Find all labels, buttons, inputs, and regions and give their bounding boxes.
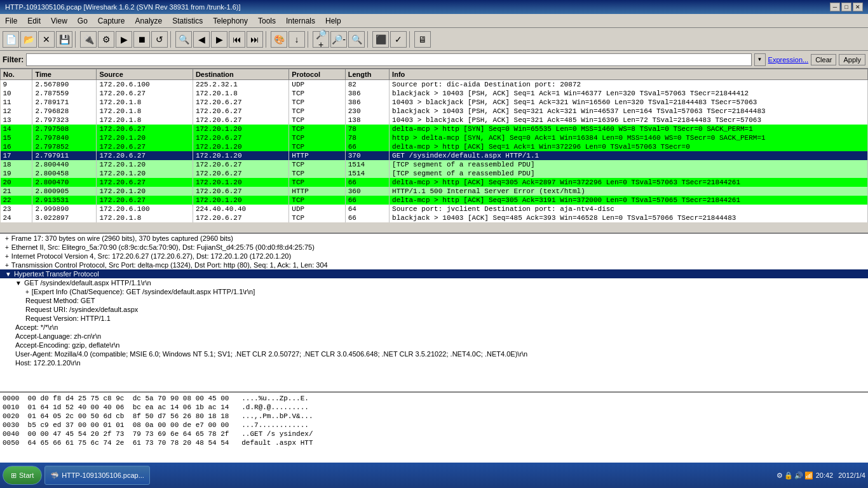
- detail-item[interactable]: Host: 172.20.1.20\r\n: [0, 358, 868, 367]
- tb-capture-options[interactable]: ⚙: [98, 31, 114, 48]
- tb-zoom-out[interactable]: 🔎-: [330, 31, 347, 48]
- table-row[interactable]: 202.800470172.20.6.27172.20.1.20TCP66del…: [1, 178, 868, 187]
- detail-item[interactable]: Request URI: /sysindex/default.aspx: [0, 305, 868, 314]
- col-header-source[interactable]: Source: [97, 69, 193, 80]
- tb-start-capture[interactable]: ▶: [116, 31, 132, 48]
- col-header-protocol[interactable]: Protocol: [289, 69, 345, 80]
- table-row[interactable]: 192.800458172.20.1.20172.20.6.27TCP1514[…: [1, 169, 868, 178]
- cell-src: 172.20.6.100: [97, 80, 193, 90]
- cell-info: 10403 > blackjack [PSH, ACK] Seq=321 Ack…: [390, 116, 868, 125]
- cell-proto: TCP: [289, 196, 345, 205]
- table-row[interactable]: 232.999890172.20.6.100224.40.40.40UDP64S…: [1, 205, 868, 214]
- menu-telephony[interactable]: Telephony: [208, 14, 253, 27]
- detail-item[interactable]: + Transmission Control Protocol, Src Por…: [0, 261, 868, 269]
- filter-input[interactable]: [26, 53, 751, 66]
- packet-list-container[interactable]: No. Time Source Destination Protocol Len…: [0, 69, 868, 234]
- tb-new[interactable]: 📄: [3, 31, 19, 48]
- detail-item[interactable]: + Ethernet II, Src: Elitegro_5a:70:90 (c…: [0, 243, 868, 252]
- table-row[interactable]: 92.567890172.20.6.100225.2.32.1UDP82Sour…: [1, 80, 868, 90]
- col-header-info[interactable]: Info: [390, 69, 868, 80]
- tb-find[interactable]: 🔍: [175, 31, 192, 48]
- menu-analyze[interactable]: Analyze: [130, 14, 168, 27]
- detail-item[interactable]: User-Agent: Mozilla/4.0 (compatible; MSI…: [0, 349, 868, 358]
- close-button[interactable]: ✕: [853, 3, 863, 11]
- filter-clear-button[interactable]: Clear: [811, 54, 836, 65]
- tb-resize-cols[interactable]: ⬛: [372, 31, 389, 48]
- detail-item[interactable]: Accept-Language: zh-cn\r\n: [0, 332, 868, 341]
- tb-colorize[interactable]: 🎨: [271, 31, 287, 48]
- menu-file[interactable]: File: [0, 14, 22, 27]
- table-row[interactable]: 102.787559172.20.6.27172.20.1.8TCP386bla…: [1, 89, 868, 98]
- detail-text: User-Agent: Mozilla/4.0 (compatible; MSI…: [15, 350, 527, 358]
- tb-zoom-reset[interactable]: 🔍: [348, 31, 365, 48]
- detail-item[interactable]: + [Expert Info (Chat/Sequence): GET /sys…: [0, 287, 868, 296]
- detail-item[interactable]: Accept-Encoding: gzip, deflate\r\n: [0, 341, 868, 349]
- tb-open[interactable]: 📂: [20, 31, 37, 48]
- table-row[interactable]: 212.800905172.20.1.20172.20.6.27HTTP360H…: [1, 187, 868, 196]
- cell-proto: TCP: [289, 107, 345, 116]
- table-row[interactable]: 162.797852172.20.6.27172.20.1.20TCP66del…: [1, 142, 868, 151]
- packet-detail[interactable]: + Frame 17: 370 bytes on wire (2960 bits…: [0, 234, 868, 393]
- taskbar-wireshark[interactable]: 🦈 HTTP-1091305106.pcap...: [44, 466, 150, 485]
- detail-item[interactable]: + Internet Protocol Version 4, Src: 172.…: [0, 252, 868, 261]
- tb-stop-capture[interactable]: ⏹: [133, 31, 150, 48]
- toolbar: 📄 📂 ✕ 💾 🔌 ⚙ ▶ ⏹ ↺ 🔍 ◀ ▶ ⏮ ⏭ 🎨 ↓ 🔎+ 🔎- 🔍 …: [0, 28, 868, 51]
- menu-tools[interactable]: Tools: [253, 14, 281, 27]
- cell-info: GET /sysindex/default.aspx HTTP/1.1: [390, 151, 868, 160]
- detail-text: Accept: */*\r\n: [15, 323, 58, 331]
- cell-len: 66: [345, 196, 389, 205]
- detail-item[interactable]: ▼ Hypertext Transfer Protocol: [0, 269, 868, 278]
- tb-zoom-in[interactable]: 🔎+: [313, 31, 329, 48]
- table-row[interactable]: 182.800440172.20.1.20172.20.6.27TCP1514[…: [1, 160, 868, 169]
- maximize-button[interactable]: □: [841, 3, 851, 11]
- table-row[interactable]: 152.797840172.20.1.20172.20.6.27TCP78htt…: [1, 133, 868, 142]
- col-header-time[interactable]: Time: [32, 69, 97, 80]
- cell-len: 370: [345, 151, 389, 160]
- cell-dst: 172.20.1.8: [193, 89, 288, 98]
- tb-capture-interfaces[interactable]: 🔌: [80, 31, 97, 48]
- table-row[interactable]: 172.797911172.20.6.27172.20.1.20HTTP370G…: [1, 151, 868, 160]
- tb-mark[interactable]: ✓: [390, 31, 407, 48]
- tb-forward[interactable]: ▶: [211, 31, 227, 48]
- col-header-length[interactable]: Length: [345, 69, 389, 80]
- detail-item[interactable]: Accept: */*\r\n: [0, 323, 868, 332]
- detail-item[interactable]: + Frame 17: 370 bytes on wire (2960 bits…: [0, 234, 868, 243]
- cell-dst: 172.20.6.27: [193, 107, 288, 116]
- filter-expression-link[interactable]: Expression...: [768, 56, 809, 64]
- start-button[interactable]: ⊞ Start: [3, 466, 42, 485]
- menu-capture[interactable]: Capture: [93, 14, 130, 27]
- tb-restart[interactable]: ↺: [151, 31, 168, 48]
- detail-text: Host: 172.20.1.20\r\n: [15, 359, 81, 367]
- tb-go-last[interactable]: ⏭: [247, 31, 263, 48]
- tb-back[interactable]: ◀: [193, 31, 210, 48]
- col-header-destination[interactable]: Destination: [193, 69, 288, 80]
- detail-item[interactable]: Request Version: HTTP/1.1: [0, 314, 868, 323]
- filter-dropdown-button[interactable]: ▼: [754, 53, 766, 66]
- table-row[interactable]: 222.913531172.20.6.27172.20.1.20TCP66del…: [1, 196, 868, 205]
- menu-go[interactable]: Go: [72, 14, 93, 27]
- table-row[interactable]: 243.022897172.20.1.8172.20.6.27TCP66blac…: [1, 214, 868, 222]
- tb-go-first[interactable]: ⏮: [229, 31, 245, 48]
- detail-text: Hypertext Transfer Protocol: [14, 270, 99, 278]
- menu-help[interactable]: Help: [320, 14, 346, 27]
- menu-statistics[interactable]: Statistics: [167, 14, 208, 27]
- col-header-no[interactable]: No.: [1, 69, 32, 80]
- cell-len: 138: [345, 116, 389, 125]
- filter-apply-button[interactable]: Apply: [839, 54, 865, 65]
- tb-save[interactable]: 💾: [56, 31, 72, 48]
- menu-internals[interactable]: Internals: [281, 14, 320, 27]
- tb-close[interactable]: ✕: [38, 31, 55, 48]
- table-row[interactable]: 122.796828172.20.1.8172.20.6.27TCP230bla…: [1, 107, 868, 116]
- table-row[interactable]: 142.797508172.20.6.27172.20.1.20TCP78del…: [1, 125, 868, 133]
- table-row[interactable]: 132.797323172.20.1.8172.20.6.27TCP138104…: [1, 116, 868, 125]
- detail-item[interactable]: ▼ GET /sysindex/default.aspx HTTP/1.1\r\…: [0, 278, 868, 287]
- table-row[interactable]: 112.789171172.20.1.8172.20.6.27TCP386104…: [1, 98, 868, 107]
- menu-view[interactable]: View: [46, 14, 72, 27]
- menu-edit[interactable]: Edit: [22, 14, 46, 27]
- tb-settings[interactable]: 🖥: [414, 31, 431, 48]
- hex-dump[interactable]: 0000 00 d0 f8 d4 25 75 c8 9c dc 5a 70 90…: [0, 393, 868, 468]
- cell-time: 2.797840: [32, 133, 97, 142]
- tb-auto-scroll[interactable]: ↓: [288, 31, 305, 48]
- minimize-button[interactable]: ─: [830, 3, 840, 11]
- detail-item[interactable]: Request Method: GET: [0, 296, 868, 305]
